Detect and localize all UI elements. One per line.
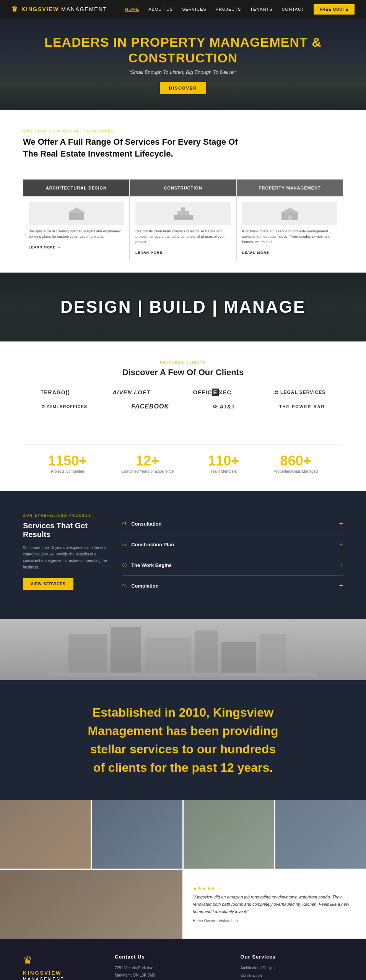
process-step-1: 01 Consultation + (122, 514, 343, 534)
client-facebook: facebook (131, 403, 169, 410)
process-steps: 01 Consultation + 02 Construction Plan +… (122, 514, 343, 596)
svg-rect-4 (181, 207, 185, 211)
testimonial-author: Home Owner - Vishanthan (193, 919, 357, 923)
footer-service-architecture: Architectural Design (241, 964, 343, 972)
client-avion: aiven loft (112, 389, 150, 395)
process-title-2: Construction Plan (131, 542, 174, 547)
service-card-property: PROPERTY MANAGEMENT Kingsview offers a f… (236, 179, 343, 261)
dbm-banner: DESIGN | BUILD | MANAGE (0, 273, 366, 341)
card-body-construction: Our construction team consists of in-hou… (135, 229, 231, 245)
nav-contact[interactable]: CONTACT (282, 7, 304, 11)
stat-projects: 1150+ Projects Completed (48, 454, 87, 474)
gallery-img-1 (0, 800, 91, 869)
nav-tenants[interactable]: TENANTS (250, 7, 272, 11)
process-step-2: 02 Construction Plan + (122, 534, 343, 555)
crown-icon: ♛ (11, 5, 18, 13)
process-num-4: 04 (122, 584, 127, 588)
stat-experience-number: 12+ (121, 454, 174, 468)
stat-properties: 860+ Properties/Units Managed (273, 454, 318, 474)
nav-about[interactable]: ABOUT US (148, 7, 173, 11)
footer-services-col: Our Services Architectural Design Constr… (241, 954, 343, 980)
client-terago: TERAGO)) (41, 389, 70, 395)
process-title-4: Completion (131, 583, 159, 589)
stat-projects-label: Projects Completed (48, 469, 87, 474)
logo: ♛ KINGSVIEW MANAGEMENT (11, 5, 107, 13)
testimonial-card: ★★★★★ "Kingsview did an amazing job reno… (184, 870, 366, 939)
card-header-property: PROPERTY MANAGEMENT (237, 180, 343, 196)
building-image (0, 619, 366, 680)
process-expand-3[interactable]: + (339, 561, 343, 569)
nav-projects[interactable]: PROJECTS (216, 7, 241, 11)
client-logos-row2: ⊙ ZEMLAROFFICES facebook ⟳ AT&T THE POWE… (23, 403, 343, 410)
established-highlight: Established in (93, 706, 176, 719)
footer-logo-col: ♛ KINGSVIEW MANAGEMENT (23, 954, 92, 980)
learn-more-architecture[interactable]: LEARN MORE (29, 245, 61, 249)
svg-rect-11 (195, 630, 218, 676)
process-expand-1[interactable]: + (339, 520, 343, 528)
stat-experience-label: Combined Years of Experience (121, 469, 174, 474)
svg-rect-10 (145, 638, 191, 676)
process-expand-4[interactable]: + (339, 582, 343, 590)
svg-rect-13 (260, 634, 286, 676)
services-intro-heading: We Offer A Full Range Of Services For Ev… (23, 136, 252, 160)
svg-rect-12 (221, 642, 256, 676)
learn-more-property[interactable]: LEARN MORE (242, 251, 275, 255)
card-header-construction: CONSTRUCTION (130, 180, 236, 196)
footer-service-construction: Construction (241, 972, 343, 980)
card-body-architecture: We specialize in creating optimal design… (29, 229, 124, 240)
view-services-button[interactable]: VIEW SERVICES (23, 578, 73, 590)
footer-contact-col: Contact Us 7291 Victoria Park AveMarkham… (115, 954, 218, 980)
svg-rect-14 (49, 673, 317, 676)
footer: ♛ KINGSVIEW MANAGEMENT Contact Us 7291 V… (0, 939, 366, 980)
stats-bar: 1150+ Projects Completed 12+ Combined Ye… (23, 444, 343, 483)
free-quote-nav-button[interactable]: FREE QUOTE (314, 4, 355, 15)
navbar: ♛ KINGSVIEW MANAGEMENT HOME ABOUT US SER… (0, 0, 366, 18)
card-header-architecture: ARCHITECTURAL DESIGN (23, 180, 129, 196)
nav-home[interactable]: HOME (125, 7, 139, 12)
nav-services[interactable]: SERVICES (182, 7, 206, 11)
process-heading: Services That Get Results (23, 521, 107, 539)
hero-headline: LEADERS IN PROPERTY MANAGEMENT & CONSTRU… (8, 34, 358, 66)
client-powerbar: THE POWER BAR (279, 404, 325, 409)
gallery: ★★★★★ "Kingsview did an amazing job reno… (0, 800, 366, 939)
footer-services-heading: Our Services (241, 954, 343, 960)
svg-rect-3 (177, 211, 189, 215)
brand-name: KINGSVIEW MANAGEMENT (21, 6, 107, 12)
client-officexec: OFFICEXEC (193, 389, 232, 395)
services-tag: ONE STOP SHOP FOR ALL YOUR NEEDS (23, 129, 343, 133)
service-card-architecture: ARCHITECTURAL DESIGN We specialize in cr… (23, 179, 130, 261)
gallery-img-2 (92, 800, 182, 869)
services-intro-section: ONE STOP SHOP FOR ALL YOUR NEEDS We Offe… (0, 110, 366, 172)
process-title-3: The Work Begins (131, 562, 172, 568)
stat-properties-number: 860+ (273, 454, 318, 468)
hero-subtext: "Small Enough To Listen, Big Enough To D… (129, 69, 237, 75)
clients-section: FEATURED CLIENTS Discover A Few Of Our C… (0, 341, 366, 437)
stat-properties-label: Properties/Units Managed (273, 469, 318, 474)
card-img-architecture (29, 202, 124, 225)
process-title-1: Consultation (131, 521, 161, 527)
process-section: OUR STREAMLINED PROCESS Services That Ge… (0, 491, 366, 619)
stat-team-label: Team Members (208, 469, 239, 474)
svg-marker-1 (67, 207, 86, 213)
hero-highlight: LEADERS (44, 35, 109, 49)
gallery-img-4 (275, 800, 366, 869)
svg-rect-2 (174, 215, 193, 220)
process-tag: OUR STREAMLINED PROCESS (23, 514, 107, 518)
card-img-property (242, 202, 337, 225)
service-card-construction: CONSTRUCTION Our construction team consi… (130, 179, 236, 261)
process-num-2: 02 (122, 542, 127, 547)
svg-marker-6 (280, 208, 300, 213)
stat-projects-number: 1150+ (48, 454, 87, 468)
gallery-img-5 (0, 870, 182, 939)
dbm-text: DESIGN | BUILD | MANAGE (60, 297, 306, 317)
discover-button[interactable]: DISCOVER (160, 82, 206, 94)
card-body-property: Kingsview offers a full range of propert… (242, 229, 337, 245)
process-expand-2[interactable]: + (339, 541, 343, 549)
gallery-img-3 (184, 800, 274, 869)
learn-more-construction[interactable]: LEARN MORE (135, 251, 168, 255)
client-zemlar: ⊙ ZEMLAROFFICES (41, 404, 88, 409)
testimonial-stars: ★★★★★ (193, 885, 357, 891)
svg-rect-7 (288, 216, 292, 220)
stat-experience: 12+ Combined Years of Experience (121, 454, 174, 474)
svg-rect-0 (69, 213, 84, 220)
